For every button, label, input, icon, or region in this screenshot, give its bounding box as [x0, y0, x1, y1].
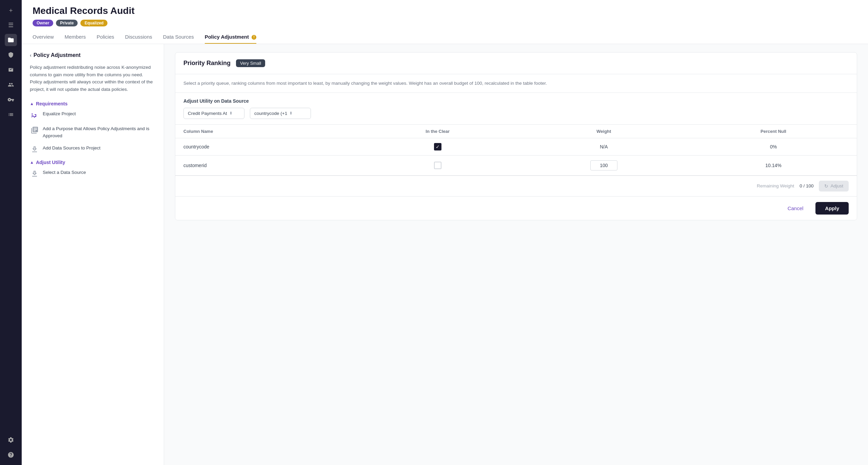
tab-policy-adjustment[interactable]: Policy Adjustment ! — [205, 31, 256, 44]
tag-private: Private — [56, 20, 78, 26]
back-button[interactable]: ‹ Policy Adjustment — [30, 52, 156, 58]
chevron-up-icon: ▲ — [30, 101, 34, 106]
cell-in-clear-1: ✓ — [358, 138, 518, 155]
purpose-icon — [30, 125, 39, 135]
chevron-left-icon: ‹ — [30, 53, 32, 58]
priority-badge: Very Small — [236, 59, 265, 67]
req-select-data-source[interactable]: Select a Data Source — [30, 169, 156, 179]
checkbox-checked-1[interactable]: ✓ — [434, 143, 441, 150]
requirements-section-header[interactable]: ▲ Requirements — [30, 101, 156, 106]
table-row: countrycode ✓ N/A 0% — [175, 138, 857, 155]
cell-weight-2 — [518, 155, 690, 175]
cell-column-name-1: countrycode — [175, 138, 358, 155]
ds-selector-2[interactable]: countrycode (+1 ⬍ — [250, 108, 311, 119]
req-equalize-text: Equalize Project — [43, 110, 76, 117]
layers-icon[interactable]: ☰ — [5, 19, 17, 31]
refresh-icon: ↻ — [824, 183, 828, 189]
tab-members[interactable]: Members — [65, 31, 86, 44]
req-add-data-sources[interactable]: Add Data Sources to Project — [30, 145, 156, 154]
weight-input-2[interactable] — [590, 160, 617, 170]
req-select-ds-text: Select a Data Source — [43, 169, 86, 176]
help-icon[interactable] — [5, 449, 17, 461]
adjust-utility-section-header[interactable]: ▲ Adjust Utility — [30, 160, 156, 165]
col-weight: Weight — [518, 125, 690, 138]
col-percent-null: Percent Null — [690, 125, 857, 138]
body-split: ‹ Policy Adjustment Policy adjustment re… — [22, 44, 868, 465]
right-panel: Priority Ranking Very Small Select a pri… — [164, 44, 868, 465]
remaining-value: 0 / 100 — [800, 183, 813, 188]
terminal-icon[interactable] — [5, 64, 17, 76]
table-row: customerid 10.14% — [175, 155, 857, 175]
card-description: Select a priority queue, ranking columns… — [175, 74, 857, 93]
adjust-button[interactable]: ↻ Adjust — [819, 181, 849, 191]
req-data-sources-text: Add Data Sources to Project — [43, 145, 100, 151]
remaining-label: Remaining Weight — [757, 183, 794, 188]
ds-selectors: Credit Payments At ⬍ countrycode (+1 ⬍ — [183, 108, 849, 119]
project-tags: Owner Private Equalized — [33, 20, 857, 26]
apply-button[interactable]: Apply — [815, 202, 849, 215]
key-icon[interactable] — [5, 94, 17, 106]
list-icon[interactable] — [5, 108, 17, 121]
cell-weight-1: N/A — [518, 138, 690, 155]
ds-selector-1[interactable]: Credit Payments At ⬍ — [183, 108, 244, 119]
tab-overview[interactable]: Overview — [33, 31, 54, 44]
cell-percent-null-1: 0% — [690, 138, 857, 155]
select-ds-icon — [30, 169, 39, 179]
policy-adjustment-dot: ! — [252, 35, 256, 40]
col-in-the-clear: In the Clear — [358, 125, 518, 138]
ds-selector-1-arrows: ⬍ — [229, 111, 233, 116]
tab-policies[interactable]: Policies — [97, 31, 114, 44]
cell-percent-null-2: 10.14% — [690, 155, 857, 175]
top-header: Medical Records Audit Owner Private Equa… — [22, 0, 868, 44]
card-title: Priority Ranking — [183, 60, 231, 67]
cancel-button[interactable]: Cancel — [780, 202, 812, 215]
action-bar: Cancel Apply — [175, 196, 857, 220]
ds-label: Adjust Utility on Data Source — [183, 98, 849, 104]
ds-selector-2-arrows: ⬍ — [289, 111, 293, 116]
equalize-icon — [30, 110, 39, 120]
folder-icon[interactable] — [5, 34, 17, 46]
tab-discussions[interactable]: Discussions — [125, 31, 152, 44]
shield-icon[interactable] — [5, 49, 17, 61]
tag-owner: Owner — [33, 20, 53, 26]
sidebar: ＋ ☰ — [0, 0, 22, 465]
checkbox-unchecked-2[interactable] — [434, 162, 441, 169]
cell-column-name-2: customerid — [175, 155, 358, 175]
panel-description: Policy adjustment redistributing noise a… — [30, 64, 156, 93]
left-panel: ‹ Policy Adjustment Policy adjustment re… — [22, 44, 164, 465]
cell-in-clear-2 — [358, 155, 518, 175]
tag-equalized: Equalized — [80, 20, 107, 26]
col-column-name: Column Name — [175, 125, 358, 138]
project-title: Medical Records Audit — [33, 5, 857, 16]
nav-tabs: Overview Members Policies Discussions Da… — [33, 31, 857, 44]
req-equalize-project[interactable]: Equalize Project — [30, 110, 156, 120]
add-icon[interactable]: ＋ — [5, 4, 17, 16]
settings-icon[interactable] — [5, 434, 17, 446]
req-add-purpose[interactable]: Add a Purpose that Allows Policy Adjustm… — [30, 125, 156, 139]
users-icon[interactable] — [5, 79, 17, 91]
main-area: Medical Records Audit Owner Private Equa… — [22, 0, 868, 465]
tab-data-sources[interactable]: Data Sources — [163, 31, 194, 44]
req-purpose-text: Add a Purpose that Allows Policy Adjustm… — [43, 125, 156, 139]
chevron-up-icon-2: ▲ — [30, 160, 34, 165]
ds-section: Adjust Utility on Data Source Credit Pay… — [175, 93, 857, 125]
table-footer: Remaining Weight 0 / 100 ↻ Adjust — [175, 176, 857, 196]
card-header: Priority Ranking Very Small — [175, 53, 857, 74]
table-section: Column Name In the Clear Weight Percent … — [175, 125, 857, 196]
data-table: Column Name In the Clear Weight Percent … — [175, 125, 857, 176]
data-sources-icon — [30, 145, 39, 154]
priority-ranking-card: Priority Ranking Very Small Select a pri… — [175, 52, 857, 220]
